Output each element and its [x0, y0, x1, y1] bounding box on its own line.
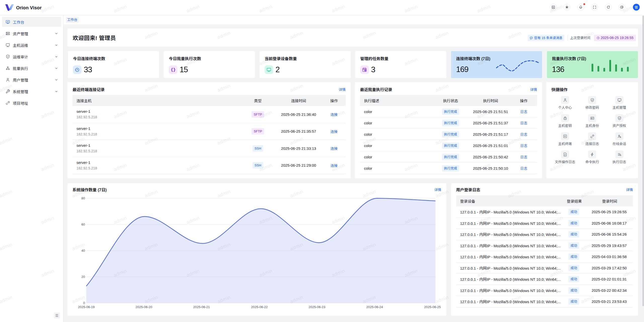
svg-text:60: 60 — [82, 223, 85, 226]
svg-text:2025-06-23: 2025-06-23 — [309, 305, 326, 309]
svg-text:40: 40 — [82, 249, 85, 253]
svg-text:20: 20 — [82, 275, 85, 279]
svg-text:2025-06-19: 2025-06-19 — [78, 305, 95, 309]
svg-text:2025-06-22: 2025-06-22 — [251, 305, 268, 309]
svg-text:80: 80 — [82, 196, 85, 200]
svg-text:2025-06-21: 2025-06-21 — [193, 305, 210, 309]
svg-text:2025-06-24: 2025-06-24 — [366, 305, 383, 309]
svg-text:2025-06-20: 2025-06-20 — [136, 305, 152, 309]
svg-text:0: 0 — [83, 301, 85, 305]
svg-text:2025-06-25: 2025-06-25 — [424, 305, 441, 309]
